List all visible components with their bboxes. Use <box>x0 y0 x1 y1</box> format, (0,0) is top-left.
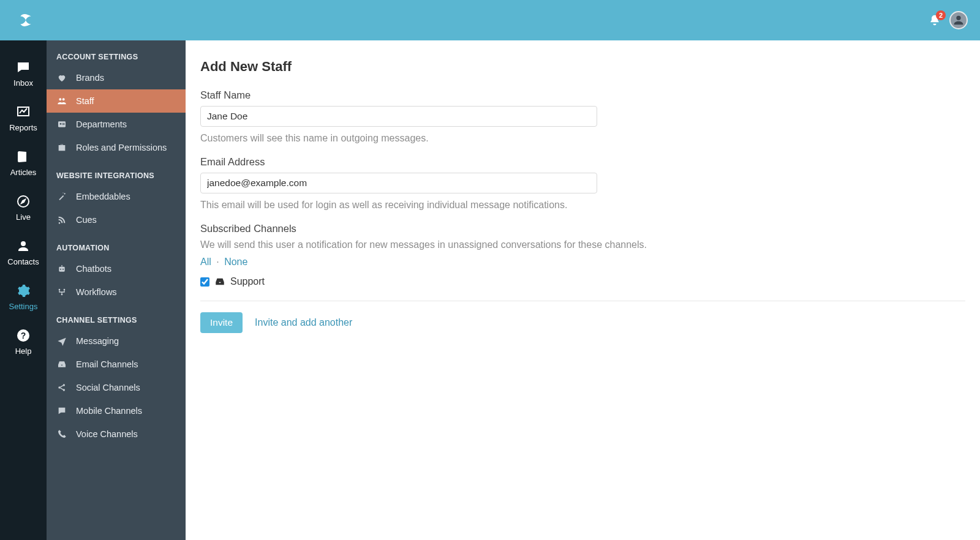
briefcase-icon <box>56 143 67 152</box>
sidebar-item-cues[interactable]: Cues <box>47 208 186 231</box>
book-icon <box>16 149 31 164</box>
nav-settings[interactable]: Settings <box>0 275 47 320</box>
svg-rect-8 <box>62 124 65 125</box>
email-input[interactable] <box>200 173 597 193</box>
invite-button[interactable]: Invite <box>200 312 243 333</box>
heart-icon <box>56 73 67 83</box>
svg-point-11 <box>62 269 64 270</box>
app-logo <box>17 12 34 29</box>
page-title: Add New Staff <box>200 59 965 75</box>
select-all-link[interactable]: All <box>200 257 211 267</box>
sidebar-item-social-channels[interactable]: Social Channels <box>47 376 186 399</box>
chat-icon <box>16 60 31 75</box>
nav-label: Help <box>15 347 32 356</box>
users-icon <box>56 96 67 106</box>
nav-label: Reports <box>9 123 37 132</box>
sidebar-item-staff[interactable]: Staff <box>47 89 186 113</box>
sidebar-item-chatbots[interactable]: Chatbots <box>47 257 186 280</box>
help-icon: ? <box>16 328 31 343</box>
person-icon <box>16 239 31 253</box>
chart-icon <box>16 105 31 119</box>
sidebar-item-label: Chatbots <box>76 264 111 274</box>
nav-label: Articles <box>10 168 37 177</box>
nav-live[interactable]: Live <box>0 186 47 230</box>
sidebar-item-label: Messaging <box>76 336 119 346</box>
staff-name-input[interactable] <box>200 106 597 127</box>
channel-select-links: All · None <box>200 257 886 268</box>
email-label: Email Address <box>200 156 886 168</box>
sidebar-item-label: Cues <box>76 215 97 225</box>
section-title: AUTOMATION <box>47 231 186 257</box>
notifications-button[interactable]: 2 <box>929 14 941 26</box>
settings-sidebar: ACCOUNT SETTINGS Brands Staff Department… <box>47 40 186 540</box>
send-icon <box>56 336 67 346</box>
robot-icon <box>56 264 67 274</box>
staff-name-help: Customers will see this name in outgoing… <box>200 133 886 144</box>
svg-point-10 <box>60 269 61 270</box>
sidebar-item-label: Staff <box>76 96 94 106</box>
section-title: CHANNEL SETTINGS <box>47 304 186 329</box>
channels-label: Subscribed Channels <box>200 223 886 234</box>
message-icon <box>56 406 67 416</box>
nav-articles[interactable]: Articles <box>0 141 47 186</box>
primary-nav: Inbox Reports Articles Live Contacts Set… <box>0 40 47 540</box>
nav-inbox[interactable]: Inbox <box>0 51 47 96</box>
nodes-icon <box>56 287 67 297</box>
channel-label: Support <box>230 276 265 287</box>
sidebar-item-label: Social Channels <box>76 383 140 392</box>
sidebar-item-roles[interactable]: Roles and Permissions <box>47 136 186 159</box>
sidebar-item-email-channels[interactable]: Email Channels <box>47 353 186 376</box>
invite-and-add-another-link[interactable]: Invite and add another <box>255 317 352 328</box>
email-help: This email will be used for login as wel… <box>200 200 886 211</box>
rss-icon <box>56 215 67 225</box>
select-none-link[interactable]: None <box>224 257 247 267</box>
wand-icon <box>56 192 67 201</box>
user-avatar[interactable] <box>949 11 968 29</box>
nav-contacts[interactable]: Contacts <box>0 230 47 275</box>
svg-rect-12 <box>61 265 62 267</box>
gear-icon <box>16 283 31 298</box>
sidebar-item-label: Brands <box>76 73 104 83</box>
section-title: WEBSITE INTEGRATIONS <box>47 159 186 185</box>
nav-label: Settings <box>9 302 38 311</box>
sidebar-item-voice-channels[interactable]: Voice Channels <box>47 422 186 446</box>
main-content: Add New Staff Staff Name Customers will … <box>186 40 980 540</box>
nav-label: Live <box>16 212 31 222</box>
divider <box>200 301 965 301</box>
inbox-icon <box>214 276 225 287</box>
inbox-icon <box>56 359 67 369</box>
channels-help: We will send this user a notification fo… <box>200 239 886 250</box>
section-title: ACCOUNT SETTINGS <box>47 40 186 66</box>
phone-icon <box>56 429 67 439</box>
top-bar: 2 <box>0 0 980 40</box>
sidebar-item-label: Email Channels <box>76 359 138 369</box>
svg-point-6 <box>60 123 62 125</box>
sidebar-item-workflows[interactable]: Workflows <box>47 280 186 304</box>
sidebar-item-embeddables[interactable]: Embeddables <box>47 185 186 208</box>
sidebar-item-mobile-channels[interactable]: Mobile Channels <box>47 399 186 422</box>
sidebar-item-brands[interactable]: Brands <box>47 66 186 89</box>
sidebar-item-label: Roles and Permissions <box>76 143 167 152</box>
svg-rect-7 <box>62 123 65 124</box>
svg-rect-9 <box>59 267 64 272</box>
separator: · <box>216 257 219 267</box>
person-icon <box>952 13 965 27</box>
notification-count-badge: 2 <box>936 10 946 20</box>
sidebar-item-label: Workflows <box>76 287 117 297</box>
staff-name-label: Staff Name <box>200 89 886 101</box>
sidebar-item-messaging[interactable]: Messaging <box>47 329 186 353</box>
svg-point-15 <box>61 294 63 296</box>
sidebar-item-label: Embeddables <box>76 192 130 201</box>
nav-label: Contacts <box>7 257 39 266</box>
svg-point-14 <box>64 289 66 291</box>
nav-reports[interactable]: Reports <box>0 96 47 141</box>
svg-text:?: ? <box>21 331 26 340</box>
svg-point-13 <box>59 289 61 291</box>
channel-checkbox-support[interactable] <box>200 277 209 287</box>
sidebar-item-departments[interactable]: Departments <box>47 113 186 136</box>
nav-help[interactable]: ? Help <box>0 320 47 364</box>
nav-label: Inbox <box>13 78 33 88</box>
sidebar-item-label: Mobile Channels <box>76 406 142 416</box>
sidebar-item-label: Departments <box>76 119 127 129</box>
share-icon <box>56 383 67 392</box>
